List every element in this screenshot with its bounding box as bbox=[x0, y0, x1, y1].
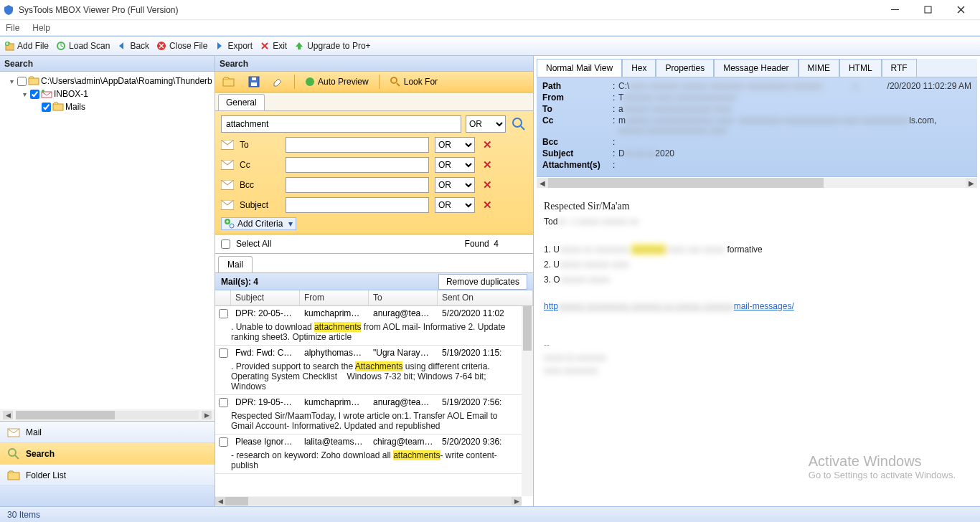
col-from[interactable]: From bbox=[300, 290, 369, 305]
maximize-button[interactable] bbox=[911, 0, 944, 20]
save-button[interactable] bbox=[245, 75, 263, 89]
criteria-input-cc[interactable] bbox=[286, 157, 429, 173]
meta-from-label: From bbox=[542, 92, 613, 103]
scroll-thumb[interactable] bbox=[523, 306, 532, 351]
tree-row-mails[interactable]: Mails bbox=[0, 100, 215, 113]
look-for-button[interactable]: Look For bbox=[387, 75, 440, 89]
mail-list[interactable]: DPR: 20-05-2020 kumchapriman@... anurag@… bbox=[215, 306, 533, 506]
criteria-input-to[interactable] bbox=[286, 137, 429, 153]
select-all-checkbox[interactable] bbox=[221, 239, 230, 249]
search-title: Search bbox=[215, 56, 533, 72]
criteria-row-subject: Subject OR ✕ bbox=[221, 197, 527, 213]
svg-rect-9 bbox=[53, 104, 63, 110]
preview-tab-mime[interactable]: MIME bbox=[798, 59, 839, 77]
auto-preview-button[interactable]: Auto Preview bbox=[302, 75, 372, 88]
tree-row-root[interactable]: ▾ C:\Users\admin\AppData\Roaming\Thunder… bbox=[0, 75, 215, 87]
criteria-delete-icon[interactable]: ✕ bbox=[481, 199, 494, 212]
criteria-op-bcc[interactable]: OR bbox=[435, 177, 475, 193]
scroll-track[interactable] bbox=[16, 411, 199, 419]
mail-checkbox[interactable] bbox=[219, 309, 228, 318]
add-criteria-button[interactable]: Add Criteria ▾ bbox=[221, 217, 296, 230]
toolbar: Add File Load Scan Back Close File Expor… bbox=[0, 36, 980, 56]
folder-tree[interactable]: ▾ C:\Users\admin\AppData\Roaming\Thunder… bbox=[0, 72, 215, 409]
horizontal-scrollbar[interactable]: ◀ ▶ bbox=[215, 496, 522, 506]
back-button[interactable]: Back bbox=[117, 41, 149, 51]
criteria-op-subject[interactable]: OR bbox=[435, 197, 475, 213]
main-area: Search ▾ C:\Users\admin\AppData\Roaming\… bbox=[0, 56, 980, 506]
scroll-thumb[interactable] bbox=[16, 411, 115, 419]
preview-tab-normal-mail-view[interactable]: Normal Mail View bbox=[537, 59, 622, 77]
mail-from: kumchapriman@... bbox=[300, 306, 369, 321]
operator-select[interactable]: OR bbox=[466, 115, 506, 133]
export-button[interactable]: Export bbox=[215, 41, 253, 51]
mail-checkbox[interactable] bbox=[219, 398, 228, 407]
tree-toggle-icon[interactable]: ▾ bbox=[20, 90, 29, 98]
open-folder-button[interactable] bbox=[220, 75, 238, 89]
tree-checkbox[interactable] bbox=[30, 90, 39, 99]
scroll-left-icon[interactable]: ◀ bbox=[3, 411, 13, 419]
preview-tab-properties[interactable]: Properties bbox=[656, 59, 714, 77]
criteria-delete-icon[interactable]: ✕ bbox=[481, 179, 494, 191]
mail-greeting: Respected Sir/Ma'am bbox=[544, 199, 970, 214]
add-file-button[interactable]: Add File bbox=[4, 41, 49, 51]
menu-help[interactable]: Help bbox=[32, 23, 50, 33]
mail-checkbox[interactable] bbox=[219, 348, 228, 358]
col-to[interactable]: To bbox=[369, 290, 438, 305]
tree-row-inbox[interactable]: ▾ INBOX-1 bbox=[0, 87, 215, 100]
minimize-button[interactable] bbox=[878, 0, 911, 20]
clear-button[interactable] bbox=[270, 75, 287, 89]
criteria-input-subject[interactable] bbox=[286, 197, 429, 213]
mail-entry[interactable]: DPR: 19-05-2020 kumchapriman@... anurag@… bbox=[215, 395, 522, 435]
scroll-thumb[interactable] bbox=[225, 497, 248, 506]
vertical-scrollbar[interactable] bbox=[522, 306, 533, 496]
envelope-icon bbox=[221, 140, 234, 150]
menu-file[interactable]: File bbox=[6, 23, 19, 33]
inbox-icon bbox=[41, 89, 52, 99]
scroll-left-icon[interactable]: ◀ bbox=[537, 178, 548, 188]
nav-search[interactable]: Search bbox=[0, 443, 215, 465]
tab-general[interactable]: General bbox=[218, 94, 265, 110]
search-input[interactable] bbox=[221, 115, 461, 133]
remove-duplicates-button[interactable]: Remove duplicates bbox=[438, 274, 527, 290]
load-scan-button[interactable]: Load Scan bbox=[56, 41, 110, 51]
nav-mail[interactable]: Mail bbox=[0, 422, 215, 443]
nav-folder-list[interactable]: Folder List bbox=[0, 465, 215, 486]
criteria-op-to[interactable]: OR bbox=[435, 137, 475, 153]
close-file-button[interactable]: Close File bbox=[156, 41, 207, 51]
mail-entry[interactable]: DPR: 20-05-2020 kumchapriman@... anurag@… bbox=[215, 306, 522, 346]
mail-link[interactable]: httpxxxxxx xxxxxxxxxx xxxxxxx xx xxxxxx … bbox=[544, 301, 794, 311]
preview-tab-hex[interactable]: Hex bbox=[622, 59, 656, 77]
criteria-op-cc[interactable]: OR bbox=[435, 157, 475, 173]
found-text: Found 4 bbox=[465, 239, 527, 249]
tree-label: C:\Users\admin\AppData\Roaming\Thunderb bbox=[41, 76, 212, 86]
preview-tab-rtf[interactable]: RTF bbox=[882, 59, 917, 77]
criteria-delete-icon[interactable]: ✕ bbox=[481, 138, 494, 151]
col-subject[interactable]: Subject bbox=[231, 290, 300, 305]
tab-mail[interactable]: Mail bbox=[218, 256, 253, 272]
status-item-count: 30 Items bbox=[7, 510, 40, 520]
tree-checkbox[interactable] bbox=[42, 103, 51, 112]
upgrade-button[interactable]: Upgrade to Pro+ bbox=[294, 41, 370, 51]
scroll-right-icon[interactable]: ▶ bbox=[966, 178, 977, 188]
scroll-right-icon[interactable]: ▶ bbox=[202, 411, 212, 419]
svg-point-11 bbox=[9, 449, 16, 456]
criteria-delete-icon[interactable]: ✕ bbox=[481, 158, 494, 171]
preview-tab-message-header[interactable]: Message Header bbox=[714, 59, 798, 77]
scroll-right-icon[interactable]: ▶ bbox=[512, 497, 522, 506]
scroll-thumb[interactable] bbox=[548, 178, 824, 188]
svg-rect-15 bbox=[251, 82, 257, 86]
meta-horizontal-scrollbar[interactable]: ◀ ▶ bbox=[537, 177, 977, 189]
left-horizontal-scrollbar[interactable]: ◀ ▶ bbox=[0, 409, 215, 421]
exit-button[interactable]: Exit bbox=[260, 41, 287, 51]
tree-toggle-icon[interactable]: ▾ bbox=[7, 77, 16, 85]
preview-tab-html[interactable]: HTML bbox=[839, 59, 882, 77]
mail-entry[interactable]: Fwd: Fwd: Congr... alphythomas@te... "Ug… bbox=[215, 346, 522, 395]
close-button[interactable] bbox=[944, 0, 977, 20]
run-search-button[interactable] bbox=[510, 115, 527, 133]
mail-entry[interactable]: Please Ignore Pr... lalita@teamsysto... … bbox=[215, 435, 522, 474]
criteria-input-bcc[interactable] bbox=[286, 177, 429, 193]
scroll-left-icon[interactable]: ◀ bbox=[215, 497, 225, 506]
col-sent[interactable]: Sent On bbox=[438, 290, 533, 305]
tree-checkbox[interactable] bbox=[17, 77, 27, 86]
mail-checkbox[interactable] bbox=[219, 437, 228, 447]
